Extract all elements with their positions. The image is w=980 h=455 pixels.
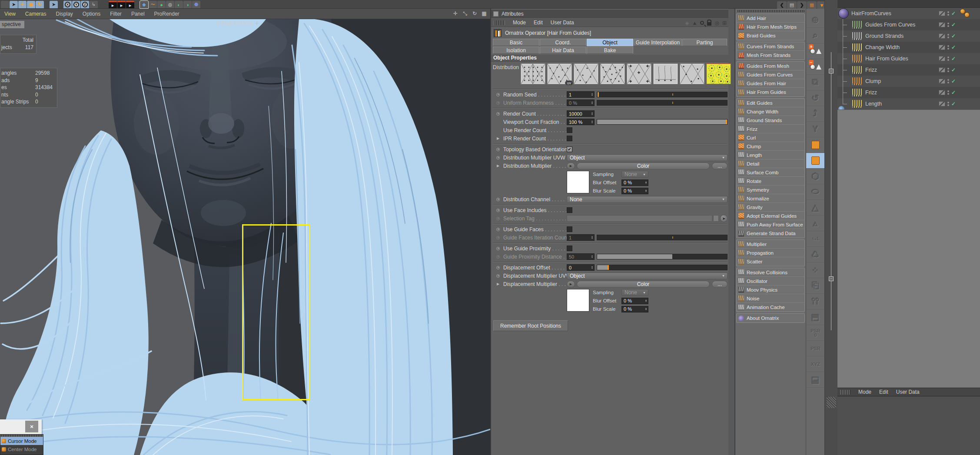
rotate-view-icon[interactable]: ↻ <box>471 10 478 17</box>
op-add-hair[interactable]: Add Hair <box>737 14 804 23</box>
editor-visibility-toggle[interactable] <box>939 11 945 16</box>
toggle-view-icon[interactable]: ▦ <box>481 10 488 17</box>
visibility-dots[interactable] <box>947 23 949 27</box>
zoom-view-icon[interactable]: ⤡ <box>462 10 468 17</box>
distribution-random-icon[interactable] <box>574 63 598 84</box>
select-tool-icon[interactable]: ➤ <box>10 1 18 8</box>
anim-dot-icon[interactable] <box>496 112 500 116</box>
psr-zero-icon[interactable]: PSR0 <box>806 325 825 341</box>
color-swatch[interactable] <box>567 289 589 312</box>
enabled-check-icon[interactable]: ✓ <box>951 90 956 96</box>
op-detail[interactable]: Detail <box>737 159 804 168</box>
use-guide-proximity-checkbox[interactable] <box>567 246 572 251</box>
op-multiplier[interactable]: Multiplier <box>737 240 804 249</box>
find-object-icon[interactable]: ⌕ <box>806 28 825 43</box>
anim-dot-icon[interactable] <box>496 247 500 250</box>
link-objects-icon[interactable]: ⧉ <box>806 75 825 90</box>
expander-icon[interactable]: ▶ <box>497 136 499 140</box>
tree-row-frizz-1[interactable]: Frizz ✓ <box>837 64 980 76</box>
rotate-tool-icon[interactable]: ↻ <box>36 1 44 8</box>
op-guides-from-hair[interactable]: Guides From Hair <box>737 79 804 88</box>
editor-visibility-toggle[interactable] <box>939 79 945 84</box>
visibility-dots[interactable] <box>947 45 949 50</box>
texture-arrow-button[interactable]: ▶ <box>567 281 575 288</box>
orange-square-selected-icon[interactable] <box>806 153 825 169</box>
op-noise[interactable]: Noise <box>737 294 804 303</box>
op-length[interactable]: Length <box>737 151 804 159</box>
enabled-check-icon[interactable]: ✓ <box>951 67 956 73</box>
viewport-count-fraction-field[interactable]: 100 %▲▼ <box>567 119 595 125</box>
distribution-clumps-icon[interactable] <box>706 63 731 84</box>
keyframe-icon-2[interactable]: ▸ <box>117 1 126 8</box>
visibility-dots[interactable] <box>947 79 949 83</box>
viewport-canvas[interactable]: spective Default Camera ✛ Total jects117… <box>0 19 490 455</box>
op-generate-strand-data[interactable]: Generate Strand Data <box>737 229 804 238</box>
enabled-check-icon[interactable]: ✓ <box>951 22 956 28</box>
tree-collapse-node[interactable]: − <box>829 276 834 281</box>
volume-mode-icon[interactable]: ⬣ <box>192 1 200 8</box>
op-scatter[interactable]: Scatter <box>737 257 804 266</box>
op-adopt-external-guides[interactable]: Adopt External Guides <box>737 212 804 220</box>
projection-label[interactable]: spective <box>0 21 24 28</box>
scatter-dots-icon[interactable]: ⁘ <box>806 262 825 278</box>
distribution-even-icon[interactable] <box>521 63 545 84</box>
editor-visibility-toggle[interactable] <box>939 90 945 95</box>
om-menu-edit[interactable]: Edit <box>879 389 888 395</box>
tab-parting[interactable]: Parting <box>682 39 727 46</box>
op-surface-comb[interactable]: Surface Comb <box>737 168 804 177</box>
add-object-icon[interactable]: + <box>806 43 825 59</box>
ipr-render-count-checkbox[interactable] <box>567 136 572 141</box>
op-curves-from-strands[interactable]: Curves From Strands <box>737 42 804 51</box>
op-braid-guides[interactable]: Braid Guides <box>737 31 804 40</box>
op-push-away-from-surface[interactable]: Push Away From Surface <box>737 220 804 229</box>
texture-arrow-button[interactable]: ▶ <box>567 163 575 169</box>
tree-row-guides-from-curves[interactable]: Guides From Curves ✓ <box>837 19 980 30</box>
merge-icon[interactable]: Y <box>806 122 825 137</box>
op-ground-strands[interactable]: Ground Strands <box>737 116 804 125</box>
editor-visibility-toggle[interactable] <box>939 101 945 106</box>
distribution-guides-icon[interactable] <box>653 63 678 84</box>
swirl-icon[interactable]: ↺ <box>806 90 825 106</box>
attributes-grip[interactable] <box>494 20 505 25</box>
distribution-face-center-icon[interactable] <box>680 63 704 84</box>
pan-view-icon[interactable]: ✛ <box>452 10 459 17</box>
render-picture-icon[interactable]: ▦ <box>807 1 817 9</box>
edges-mode-icon[interactable]: ◐ <box>175 1 183 8</box>
tree-row-hair-from-guides[interactable]: Hair From Guides ✓ <box>837 53 980 64</box>
enabled-check-icon[interactable]: ✓ <box>951 78 956 84</box>
last-tool-icon[interactable]: ➤ <box>50 1 58 8</box>
visibility-dots[interactable] <box>947 90 949 95</box>
random-seed-field[interactable]: 1▲▼ <box>567 91 595 98</box>
section-header[interactable]: Object Properties <box>491 55 728 62</box>
op-change-width[interactable]: Change Width <box>737 107 804 116</box>
menu-view[interactable]: View <box>4 11 16 17</box>
enabled-check-icon[interactable]: ✓ <box>951 56 956 62</box>
object-manager-empty-area[interactable] <box>837 110 980 388</box>
enabled-check-icon[interactable]: ✓ <box>951 44 956 50</box>
op-clump[interactable]: Clump <box>737 142 804 151</box>
anim-dot-icon[interactable] <box>496 266 500 269</box>
axis-z-lock-icon[interactable]: Z <box>81 1 89 8</box>
op-moov-physics[interactable]: Moov Physics <box>737 286 804 294</box>
blur-scale-field[interactable]: 0 %▲▼ <box>621 188 648 194</box>
editor-visibility-toggle[interactable] <box>939 56 945 61</box>
tree-collapse-node[interactable]: − <box>829 69 834 73</box>
attr-menu-userdata[interactable]: User Data <box>551 20 574 26</box>
op-about-ornatrix[interactable]: About Ornatrix <box>737 314 804 322</box>
menu-panel[interactable]: Panel <box>131 11 145 17</box>
cube-axes-icon[interactable]: ⬓ <box>806 372 825 388</box>
menu-options[interactable]: Options <box>83 11 100 17</box>
undo-icon[interactable]: ❮ <box>777 1 787 9</box>
tab-bake[interactable]: Bake <box>587 46 633 54</box>
reset-scale-icon[interactable]: ⮑1 <box>806 231 825 247</box>
cone-sphere-icon[interactable]: △ <box>806 200 825 216</box>
blur-offset-field[interactable]: 0 %▲▼ <box>621 179 648 186</box>
cone-circle-icon[interactable]: ▵ <box>806 216 825 231</box>
om-menu-userdata[interactable]: User Data <box>896 389 920 395</box>
branch-up-icon[interactable]: ⤴ <box>806 106 825 122</box>
use-render-count-checkbox[interactable] <box>567 127 572 133</box>
candles-icon[interactable]: ⫯⫯ <box>806 294 825 309</box>
color-swatch[interactable] <box>567 171 589 193</box>
anim-dot-icon[interactable] <box>496 274 500 278</box>
tab-basic[interactable]: Basic <box>493 39 539 46</box>
